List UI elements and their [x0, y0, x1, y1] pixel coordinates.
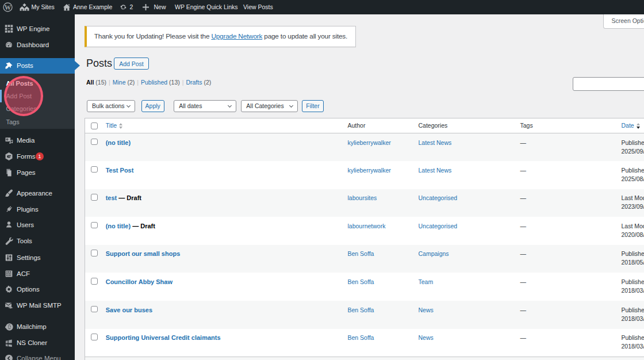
svg-text:W: W [5, 4, 12, 11]
